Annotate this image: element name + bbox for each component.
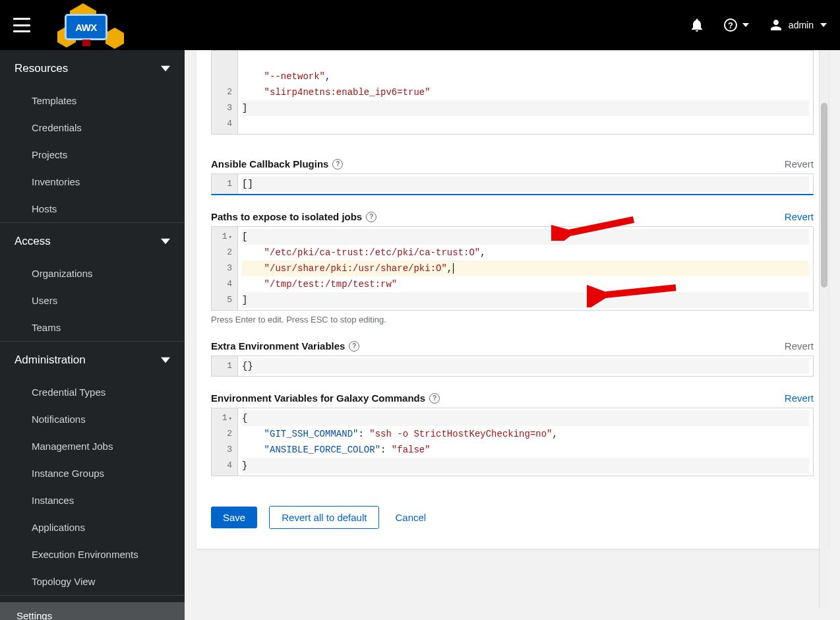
nav-item-notifications[interactable]: Notifications	[0, 406, 185, 433]
username: admin	[789, 20, 814, 30]
nav-item-templates[interactable]: Templates	[0, 87, 185, 114]
help-icon[interactable]: ?	[349, 341, 359, 352]
user-menu[interactable]: admin	[770, 19, 827, 31]
code-editor-paths[interactable]: 12345[ "/etc/pki/ca-trust:/etc/pki/ca-tr…	[211, 226, 814, 311]
nav-item-settings[interactable]: Settings	[0, 602, 185, 620]
help-icon[interactable]: ?	[332, 159, 343, 170]
user-icon	[770, 19, 782, 31]
awx-logo[interactable]: AWX	[50, 2, 129, 48]
help-icon[interactable]: ?	[429, 393, 440, 404]
revert-link-galaxy_env[interactable]: Revert	[785, 392, 814, 404]
logo-text: AWX	[65, 14, 107, 40]
svg-text:?: ?	[728, 20, 733, 30]
help-icon[interactable]: ?	[366, 212, 376, 222]
field-label-extra_env: Extra Environment Variables ?	[211, 340, 359, 352]
code-editor-galaxy_env[interactable]: 1234{ "GIT_SSH_COMMAND": "ssh -o StrictH…	[211, 408, 814, 476]
cancel-button[interactable]: Cancel	[391, 507, 430, 528]
nav-item-execution-environments[interactable]: Execution Environments	[0, 541, 185, 568]
chevron-down-icon	[820, 23, 827, 27]
menu-toggle-button[interactable]	[13, 18, 30, 32]
save-button[interactable]: Save	[211, 507, 257, 528]
nav-item-credential-types[interactable]: Credential Types	[0, 379, 185, 406]
nav-item-management-jobs[interactable]: Management Jobs	[0, 433, 185, 460]
nav-section-resources[interactable]: Resources	[0, 50, 185, 87]
nav-item-instance-groups[interactable]: Instance Groups	[0, 460, 185, 487]
notifications-icon[interactable]	[691, 18, 703, 32]
nav-item-hosts[interactable]: Hosts	[0, 195, 185, 222]
nav-item-inventories[interactable]: Inventories	[0, 168, 185, 195]
code-editor-extra_env[interactable]: 1{}	[211, 356, 814, 377]
editor-hint: Press Enter to edit. Press ESC to stop e…	[211, 315, 814, 325]
nav-item-applications[interactable]: Applications	[0, 514, 185, 541]
field-label-paths: Paths to expose to isolated jobs ?	[211, 211, 376, 222]
revert-link-paths[interactable]: Revert	[785, 211, 814, 222]
field-label-galaxy_env: Environment Variables for Galaxy Command…	[211, 392, 440, 404]
nav-item-topology-view[interactable]: Topology View	[0, 568, 185, 595]
topbar: AWX ? admin	[0, 0, 840, 50]
nav-section-administration[interactable]: Administration	[0, 342, 185, 379]
main-content: 234 "--network", "slirp4netns:enable_ipv…	[185, 50, 840, 620]
revert-link-extra_env: Revert	[785, 340, 814, 352]
nav-item-organizations[interactable]: Organizations	[0, 260, 185, 287]
nav-item-credentials[interactable]: Credentials	[0, 114, 185, 141]
code-editor-callback[interactable]: 1[]	[211, 173, 814, 195]
settings-card: 234 "--network", "slirp4netns:enable_ipv…	[196, 50, 828, 549]
code-editor-top_snippet[interactable]: 234 "--network", "slirp4netns:enable_ipv…	[211, 50, 814, 135]
nav-item-teams[interactable]: Teams	[0, 314, 185, 341]
revert-link-callback: Revert	[785, 158, 814, 170]
help-dropdown[interactable]: ?	[724, 18, 749, 32]
field-label-callback: Ansible Callback Plugins ?	[211, 158, 343, 170]
scrollbar[interactable]	[819, 50, 828, 608]
nav-item-users[interactable]: Users	[0, 287, 185, 314]
nav-section-access[interactable]: Access	[0, 223, 185, 260]
nav-item-projects[interactable]: Projects	[0, 141, 185, 168]
sidebar: ResourcesTemplatesCredentialsProjectsInv…	[0, 50, 185, 620]
revert-all-button[interactable]: Revert all to default	[269, 506, 379, 529]
nav-item-instances[interactable]: Instances	[0, 487, 185, 514]
